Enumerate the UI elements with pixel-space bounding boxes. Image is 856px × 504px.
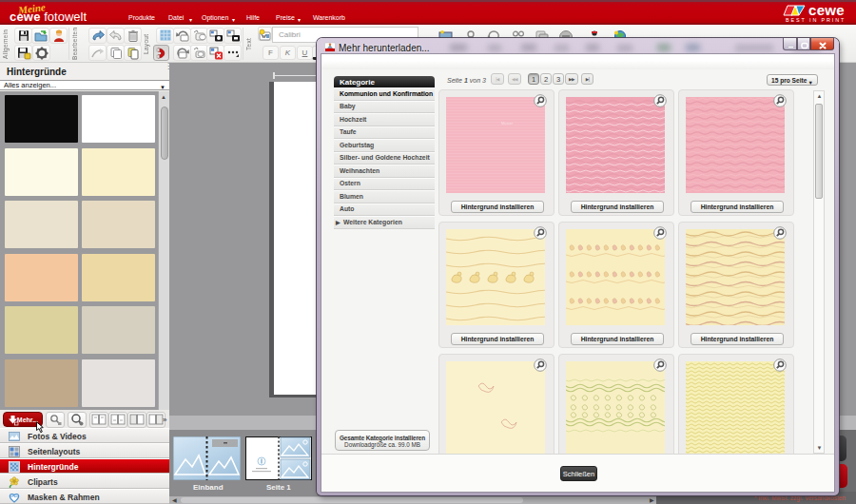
svg-text:Muster: Muster xyxy=(501,121,514,126)
